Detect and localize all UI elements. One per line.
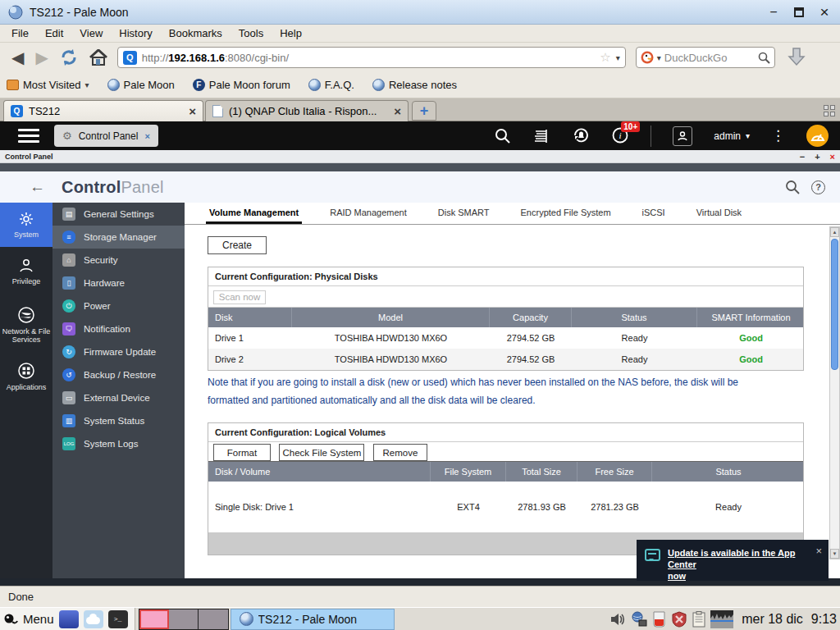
scan-now-button[interactable]: Scan now xyxy=(213,290,266,304)
cp-close-icon[interactable]: × xyxy=(830,152,835,162)
remove-button[interactable]: Remove xyxy=(373,444,427,461)
cp-minimize-icon[interactable]: − xyxy=(800,152,805,162)
smart-good-link[interactable]: Good xyxy=(697,349,805,370)
menu-hardware[interactable]: ▯Hardware xyxy=(52,272,185,294)
menu-system-logs[interactable]: LOGSystem Logs xyxy=(52,432,185,455)
bookmark-star-icon[interactable]: ☆ xyxy=(600,50,610,65)
launcher-terminal-icon[interactable]: >_ xyxy=(108,610,128,628)
menu-firmware-update[interactable]: ↻Firmware Update xyxy=(52,340,185,363)
close-icon[interactable]: × xyxy=(817,3,832,21)
table-row-drive2[interactable]: Drive 2 TOSHIBA HDWD130 MX6O 2794.52 GB … xyxy=(208,349,803,370)
qnap-search-icon[interactable] xyxy=(493,127,511,145)
menu-general-settings[interactable]: ▤General Settings xyxy=(52,203,185,226)
scroll-up-icon[interactable]: ▲ xyxy=(830,227,839,237)
workspace-1[interactable] xyxy=(139,609,169,629)
launcher-files-icon[interactable] xyxy=(84,610,103,628)
back-icon[interactable]: ◀ xyxy=(11,49,24,66)
search-bar[interactable]: ▾ DuckDuckGo xyxy=(636,47,775,68)
format-button[interactable]: Format xyxy=(213,444,271,461)
bookmark-most-visited[interactable]: Most Visited▾ xyxy=(7,79,89,91)
minimize-icon[interactable]: − xyxy=(766,5,781,20)
maximize-icon[interactable] xyxy=(794,7,804,17)
sidebar-group-network-file-services[interactable]: Network & File Services xyxy=(0,296,52,354)
volume-icon[interactable] xyxy=(609,612,626,627)
tab-ts212[interactable]: Q TS212 × xyxy=(3,100,203,121)
cp-search-icon[interactable] xyxy=(785,180,800,194)
qnap-tab-control-panel[interactable]: ⚙ Control Panel × xyxy=(54,125,158,147)
notifications-icon[interactable]: i 10+ xyxy=(611,127,629,145)
download-icon[interactable] xyxy=(787,47,806,68)
search-engine-dropdown-icon[interactable]: ▾ xyxy=(657,53,661,62)
admin-menu[interactable]: admin▾ xyxy=(714,130,750,142)
url-text[interactable]: http://192.168.1.6:8080/cgi-bin/ xyxy=(142,52,596,64)
tab-virtual-disk[interactable]: Virtual Disk xyxy=(693,208,745,224)
bookmark-release-notes[interactable]: Release notes xyxy=(372,79,457,91)
user-icon[interactable] xyxy=(673,126,692,146)
start-menu-button[interactable]: Menu xyxy=(23,612,54,626)
menu-bookmarks[interactable]: Bookmarks xyxy=(162,25,229,41)
menu-file[interactable]: File xyxy=(5,25,35,41)
back-arrow-icon[interactable]: ← xyxy=(30,178,45,196)
smart-good-link[interactable]: Good xyxy=(697,327,805,349)
start-menu-icon[interactable] xyxy=(3,612,18,627)
menu-notification[interactable]: 🗨Notification xyxy=(52,317,185,340)
tab-disk-smart[interactable]: Disk SMART xyxy=(435,208,493,224)
clipboard-icon[interactable] xyxy=(692,611,705,628)
search-go-icon[interactable] xyxy=(758,52,770,64)
menu-system-status[interactable]: ▥System Status xyxy=(52,409,185,432)
bookmark-faq[interactable]: F.A.Q. xyxy=(308,79,354,91)
system-monitor-icon[interactable] xyxy=(710,610,733,628)
home-icon[interactable] xyxy=(89,49,107,66)
tab-raid-management[interactable]: RAID Management xyxy=(326,208,410,224)
menu-edit[interactable]: Edit xyxy=(39,25,70,41)
check-file-system-button[interactable]: Check File System xyxy=(279,444,364,461)
duckduckgo-icon[interactable] xyxy=(641,51,654,64)
launcher-browser-icon[interactable] xyxy=(59,610,79,628)
scrollbar-thumb[interactable] xyxy=(831,239,838,370)
firewall-shield-icon[interactable] xyxy=(671,611,687,628)
forward-icon[interactable]: ▶ xyxy=(35,49,48,66)
clock[interactable]: mer 18 dic 9:13 xyxy=(738,612,840,627)
search-input[interactable]: DuckDuckGo xyxy=(664,52,755,64)
toast-close-icon[interactable]: × xyxy=(815,545,822,557)
main-menu-icon[interactable] xyxy=(18,129,39,143)
cp-maximize-icon[interactable]: + xyxy=(815,152,819,162)
url-dropdown-icon[interactable]: ▾ xyxy=(616,53,620,62)
updates-icon[interactable] xyxy=(652,611,666,628)
reload-icon[interactable] xyxy=(60,48,78,66)
menu-external-device[interactable]: ▭External Device xyxy=(52,386,185,409)
task-button-palemoon[interactable]: TS212 - Pale Moon xyxy=(231,609,395,630)
toast-message[interactable]: Update is available in the App Centernow xyxy=(668,547,808,582)
scroll-down-icon[interactable]: ▼ xyxy=(830,549,839,559)
update-toast[interactable]: Update is available in the App Centernow… xyxy=(637,540,829,581)
tab-iscsi[interactable]: iSCSI xyxy=(639,208,669,224)
workspace-3[interactable] xyxy=(199,609,228,629)
menu-tools[interactable]: Tools xyxy=(232,25,270,41)
content-scrollbar[interactable]: ▲ ▼ xyxy=(829,226,840,559)
qnap-tab-close-icon[interactable]: × xyxy=(144,131,149,141)
menu-backup-restore[interactable]: ↺Backup / Restore xyxy=(52,363,185,386)
menu-view[interactable]: View xyxy=(73,25,109,41)
sidebar-group-privilege[interactable]: Privilege xyxy=(0,247,52,296)
more-options-icon[interactable]: ⋮ xyxy=(771,127,785,144)
menu-storage-manager[interactable]: ≡Storage Manager xyxy=(52,226,185,249)
table-row-drive1[interactable]: Drive 1 TOSHIBA HDWD130 MX6O 2794.52 GB … xyxy=(208,327,803,349)
background-tasks-icon[interactable] xyxy=(532,127,550,145)
menu-power[interactable]: ⏻Power xyxy=(52,294,185,317)
help-icon[interactable]: ? xyxy=(811,180,825,194)
bookmark-pale-moon-forum[interactable]: FPale Moon forum xyxy=(193,79,290,91)
workspace-pager[interactable] xyxy=(139,609,229,630)
menu-security[interactable]: ⌂Security xyxy=(52,249,185,272)
table-row-volume1[interactable]: Single Disk: Drive 1 EXT4 2781.93 GB 278… xyxy=(208,482,803,532)
bookmark-pale-moon[interactable]: Pale Moon xyxy=(107,79,175,91)
network-icon[interactable] xyxy=(631,611,647,628)
sidebar-group-system[interactable]: System xyxy=(0,203,52,247)
workspace-2[interactable] xyxy=(169,609,199,629)
sidebar-group-applications[interactable]: Applications xyxy=(0,354,52,399)
new-tab-button[interactable]: + xyxy=(412,101,436,121)
menu-history[interactable]: History xyxy=(112,25,158,41)
tab-qnap-club-italia[interactable]: (1) QNAP Club Italia - Rispon... × xyxy=(205,100,409,121)
url-bar[interactable]: Q http://192.168.1.6:8080/cgi-bin/ ☆ ▾ xyxy=(117,47,626,68)
all-tabs-icon[interactable] xyxy=(824,105,835,116)
external-device-eject-icon[interactable] xyxy=(572,127,590,145)
